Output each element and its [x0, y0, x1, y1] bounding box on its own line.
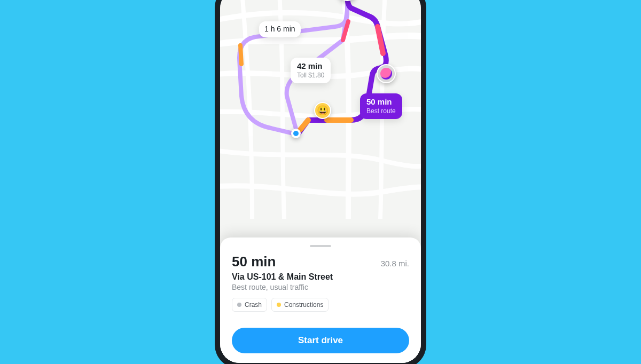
start-drive-button[interactable]: Start drive: [232, 328, 409, 353]
route-best-sub: Best route: [366, 107, 396, 115]
hazard-pin[interactable]: 😃: [314, 102, 331, 119]
route-alt1-time: 1 h 6 min: [264, 25, 295, 33]
chip-crash-label: Crash: [245, 301, 262, 308]
route-alt1-label[interactable]: 1 h 6 min: [259, 21, 301, 37]
screen: 😃 1 h 6 min 42 min Toll $1.80 50 min Bes…: [220, 0, 421, 363]
route-alert-chips: Crash Constructions: [232, 298, 409, 312]
route-alt2-toll: Toll $1.80: [297, 72, 324, 80]
phone-frame: 😃 1 h 6 min 42 min Toll $1.80 50 min Bes…: [215, 0, 426, 364]
route-summary-panel[interactable]: 50 min 30.8 mi. Via US-101 & Main Street…: [220, 238, 421, 363]
construction-dot-icon: [277, 303, 281, 307]
start-location-dot: [291, 129, 301, 138]
chip-constructions-label: Constructions: [284, 301, 323, 308]
distance: 30.8 mi.: [381, 259, 409, 268]
route-best-label[interactable]: 50 min Best route: [360, 93, 402, 119]
chip-crash[interactable]: Crash: [232, 298, 267, 312]
eta-time: 50 min: [232, 254, 276, 270]
crash-icon: [380, 68, 392, 80]
crash-dot-icon: [237, 303, 241, 307]
drag-handle[interactable]: [310, 245, 331, 247]
route-best-time: 50 min: [366, 97, 392, 106]
route-via: Via US-101 & Main Street: [232, 272, 409, 282]
route-subinfo: Best route, usual traffic: [232, 283, 409, 291]
route-alt2-label[interactable]: 42 min Toll $1.80: [291, 58, 331, 83]
route-alt2-time: 42 min: [297, 61, 323, 70]
construction-icon: 😃: [317, 105, 329, 116]
crash-report-pin[interactable]: [377, 64, 396, 83]
chip-constructions[interactable]: Constructions: [271, 298, 329, 312]
